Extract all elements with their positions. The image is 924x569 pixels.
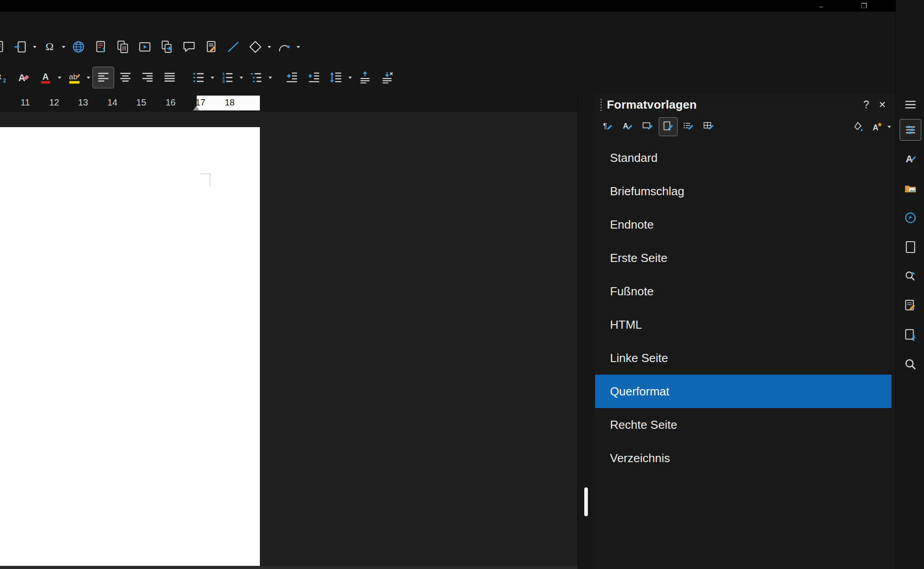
svg-text:Ω: Ω <box>46 41 54 52</box>
sidebar-accessibility-tab[interactable] <box>900 325 921 345</box>
style-entry-label: HTML <box>610 318 642 332</box>
new-style-from-selection-dropdown-icon[interactable] <box>886 116 892 137</box>
character-styles-tab[interactable]: A <box>619 118 637 136</box>
curves-polygons-dropdown-icon[interactable] <box>295 37 301 57</box>
sidebar-page-tab[interactable] <box>900 237 921 257</box>
splitter-handle[interactable] <box>584 487 588 516</box>
align-right-button[interactable] <box>137 67 158 88</box>
insert-comment-button[interactable] <box>179 37 199 57</box>
styles-panel-header: Formatvorlagen ? ✕ <box>595 94 896 115</box>
sb-properties-icon <box>903 122 918 138</box>
horizontal-ruler[interactable]: 1112131415161718 <box>0 94 578 112</box>
cross-ref-icon <box>159 39 175 55</box>
new-style-from-selection-button[interactable]: A <box>868 118 886 136</box>
font-color-button[interactable]: A <box>35 67 56 88</box>
clear-formatting-button[interactable]: A <box>13 67 34 88</box>
decrease-paragraph-spacing-button[interactable] <box>377 67 397 88</box>
ruler-indent-marker[interactable] <box>193 106 199 110</box>
track-changes-button[interactable] <box>201 37 222 57</box>
titlebar: –❐✕ <box>0 0 924 12</box>
minimize-button[interactable]: – <box>810 0 832 12</box>
sidebar-manage-changes-tab[interactable] <box>900 295 921 316</box>
paragraph-styles-tab[interactable]: ¶ <box>598 118 616 136</box>
insert-page-number-button[interactable]: 1 <box>90 37 111 57</box>
panel-grip-icon[interactable] <box>601 99 602 111</box>
align-justify-icon <box>162 70 177 85</box>
align-center-button[interactable] <box>115 67 136 88</box>
sidebar-tab-slot <box>896 291 924 320</box>
table-styles-tab[interactable] <box>700 118 718 136</box>
sidebar-styles-tab[interactable]: A <box>900 149 921 170</box>
curves-polygons-button[interactable] <box>274 37 295 57</box>
svg-text:3: 3 <box>222 79 225 84</box>
line-spacing-dropdown-icon[interactable] <box>346 67 353 88</box>
frame-styles-tab[interactable] <box>639 118 657 136</box>
insert-cross-reference-button[interactable] <box>157 37 177 57</box>
svg-text:[i]: [i] <box>122 45 126 50</box>
line-spacing-button[interactable] <box>326 67 346 88</box>
document-workspace <box>0 112 578 569</box>
style-entry-rechte-seite[interactable]: Rechte Seite <box>595 408 892 441</box>
document-page[interactable] <box>0 127 260 566</box>
sidebar-tab-slot <box>896 262 924 291</box>
insert-toolbar: Ω1[i] <box>0 37 301 57</box>
insert-hyperlink-button[interactable] <box>68 37 89 57</box>
basic-shapes-dropdown-icon[interactable] <box>266 37 273 57</box>
justify-button[interactable] <box>159 67 180 88</box>
page-styles-tab[interactable] <box>659 118 677 136</box>
insert-field-button[interactable]: [i] <box>112 37 133 57</box>
bullet-list-button[interactable] <box>188 67 209 88</box>
align-left-icon <box>96 70 111 85</box>
insert-special-character-dropdown-icon[interactable] <box>60 37 67 57</box>
sidebar-gallery-tab[interactable] <box>900 178 921 199</box>
panel-help-button[interactable]: ? <box>861 99 871 111</box>
style-entry-standard[interactable]: Standard <box>595 141 892 174</box>
svg-text:¶: ¶ <box>603 122 607 130</box>
highlight-color-button[interactable]: ab <box>64 67 85 88</box>
panel-close-button[interactable]: ✕ <box>876 99 888 110</box>
subscript-button[interactable]: x2 <box>0 67 12 88</box>
panel-title: Formatvorlagen <box>607 98 697 112</box>
panel-splitter[interactable] <box>578 94 596 569</box>
numbered-list-button[interactable]: 123 <box>217 67 238 88</box>
style-entry-fu-note[interactable]: Fußnote <box>595 275 892 308</box>
insert-text-box-button[interactable] <box>134 37 155 57</box>
svg-text:A: A <box>906 154 912 165</box>
style-entry-briefumschlag[interactable]: Briefumschlag <box>595 174 892 208</box>
insert-special-character-button[interactable]: Ω <box>39 37 60 57</box>
insert-line-button[interactable] <box>223 37 244 57</box>
highlight-icon: ab <box>67 70 82 85</box>
fill-format-mode-button[interactable] <box>849 118 867 136</box>
sidebar-style-inspector-tab[interactable] <box>900 266 921 287</box>
sidebar-properties-tab[interactable] <box>900 119 921 140</box>
outline-list-dropdown-icon[interactable] <box>267 67 273 88</box>
sb-navigator-icon <box>903 210 918 225</box>
numbered-list-dropdown-icon[interactable] <box>238 67 245 88</box>
style-entry-verzeichnis[interactable]: Verzeichnis <box>595 441 892 475</box>
highlight-color-dropdown-icon[interactable] <box>85 67 92 88</box>
horizontal-scrollbar[interactable] <box>0 566 578 569</box>
style-entry-linke-seite[interactable]: Linke Seite <box>595 341 892 375</box>
insert-frame-button[interactable] <box>10 37 31 57</box>
decrease-indent-button[interactable] <box>304 67 324 88</box>
increase-paragraph-spacing-button[interactable] <box>355 67 375 88</box>
sidebar-menu-button[interactable] <box>900 94 921 115</box>
clipped-left-button[interactable] <box>0 37 9 57</box>
restore-button[interactable]: ❐ <box>853 0 875 12</box>
font-color-dropdown-icon[interactable] <box>56 67 63 88</box>
style-entry-endnote[interactable]: Endnote <box>595 208 892 241</box>
style-entry-querformat[interactable]: Querformat <box>595 375 892 408</box>
increase-indent-button[interactable] <box>282 67 302 88</box>
outline-list-button[interactable] <box>246 67 267 88</box>
bullet-list-dropdown-icon[interactable] <box>209 67 216 88</box>
insert-frame-dropdown-icon[interactable] <box>31 37 38 57</box>
basic-shapes-button[interactable] <box>245 37 266 57</box>
bullet-list-icon <box>191 70 206 85</box>
style-entry-html[interactable]: HTML <box>595 308 892 341</box>
sidebar-find-tab[interactable] <box>900 354 921 375</box>
align-left-button[interactable] <box>93 67 114 88</box>
list-styles-tab[interactable] <box>679 118 698 136</box>
sidebar-navigator-tab[interactable] <box>900 207 921 228</box>
style-entry-erste-seite[interactable]: Erste Seite <box>595 241 892 275</box>
text-boundary-corner <box>200 174 210 186</box>
